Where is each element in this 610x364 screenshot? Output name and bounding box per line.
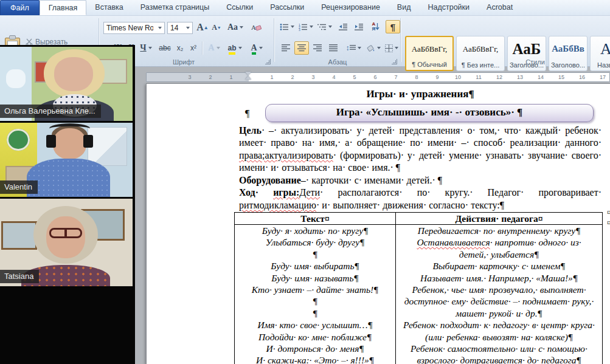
align-right-button[interactable] bbox=[310, 41, 325, 55]
style-card[interactable]: АаБбВв Заголово... bbox=[549, 36, 587, 71]
subscript-button[interactable]: x₂ bbox=[174, 41, 186, 55]
group-separator bbox=[274, 18, 274, 62]
chevron-down-icon bbox=[148, 47, 152, 49]
ruler-number: 5 bbox=[344, 74, 365, 81]
outdent-icon bbox=[339, 23, 348, 31]
document-page[interactable]: Игры· и· упражнения¶ ¶ Игра· «Услышишь· … bbox=[146, 83, 610, 364]
participant-name-label: Ольга Валерьевна Кле... bbox=[0, 105, 101, 118]
style-sample: АаБбВвГг, bbox=[412, 37, 448, 61]
shrink-font-button[interactable]: А▼ bbox=[210, 21, 223, 34]
table-line: Буду· имя· выбирать¶ bbox=[235, 260, 395, 272]
ribbon-tab[interactable]: Файл bbox=[0, 0, 40, 15]
ribbon-tab[interactable]: Вставка bbox=[86, 0, 131, 15]
style-card[interactable]: АаБбВвГг, ¶ Без инте... bbox=[456, 36, 505, 71]
ribbon-tab[interactable]: Главная bbox=[40, 0, 87, 15]
chevron-down-icon bbox=[238, 47, 242, 49]
ruler-number: 3 bbox=[179, 74, 200, 81]
pilcrow-icon: ¶ bbox=[390, 22, 395, 32]
participant-name: Ольга Валерьевна Кле... bbox=[4, 106, 95, 115]
table-line: детей,· улыбается¶ bbox=[396, 249, 602, 260]
shading-button[interactable] bbox=[365, 41, 382, 55]
ribbon-tab[interactable]: Разметка страницы bbox=[132, 0, 218, 15]
underline-button[interactable]: Ч bbox=[137, 41, 154, 55]
clear-formatting-button[interactable]: А bbox=[248, 21, 264, 34]
table-line: Имя· кто· свое· услышит…¶ bbox=[235, 319, 395, 331]
bullets-button[interactable] bbox=[279, 20, 296, 33]
align-left-icon bbox=[282, 44, 290, 52]
table-line: Выбирает· карточку· с· именем¶ bbox=[396, 260, 602, 272]
ribbon-tab[interactable]: Рассылки bbox=[262, 0, 313, 15]
ruler-number: 2 bbox=[282, 74, 303, 81]
superscript-button[interactable]: x² bbox=[187, 41, 199, 55]
ruler-number: 9 bbox=[427, 74, 448, 81]
ribbon-tab[interactable]: Вид bbox=[389, 0, 420, 15]
ruler-number: 8 bbox=[406, 74, 427, 81]
ribbon-tab[interactable]: Надстройки bbox=[419, 0, 478, 15]
table-line: Передвигается· по· внутреннему· кругу¶ bbox=[396, 225, 602, 236]
group-separator bbox=[400, 18, 401, 62]
multilevel-list-button[interactable] bbox=[316, 20, 333, 33]
justify-button[interactable] bbox=[326, 41, 341, 55]
eraser-icon: А bbox=[251, 23, 262, 32]
style-card[interactable]: Аа Назва... bbox=[590, 36, 610, 71]
wall-picture bbox=[1, 221, 37, 249]
ruler-number: 1 bbox=[262, 74, 282, 81]
ruler-number: 3 bbox=[303, 74, 324, 81]
table-cell-actions: Передвигается· по· внутреннему· кругу¶Ос… bbox=[396, 225, 602, 364]
glasses bbox=[49, 228, 83, 238]
table-header-actions: Действия· педагога¤ bbox=[396, 213, 602, 224]
table-line: взрослого· дотрагивается· до· педагога¶ bbox=[396, 354, 602, 364]
video-tile[interactable]: Tatsiana bbox=[0, 199, 133, 286]
change-case-button[interactable]: Аа bbox=[226, 21, 244, 34]
ruler-number: 17 bbox=[592, 74, 610, 81]
font-name-combo[interactable]: Times New Roman bbox=[103, 22, 165, 34]
participant-face bbox=[54, 57, 92, 91]
highlight-color-swatch bbox=[229, 52, 235, 55]
ribbon-tab[interactable]: Рецензирование bbox=[313, 0, 389, 15]
table-line: И· дотронься· до· меня¶ bbox=[235, 343, 395, 354]
ribbon-tab[interactable]: Ссылки bbox=[218, 0, 262, 15]
align-center-icon bbox=[297, 44, 306, 52]
align-left-button[interactable] bbox=[279, 41, 293, 55]
strikethrough-button[interactable]: abc bbox=[157, 41, 173, 55]
ruler-number: 11 bbox=[468, 74, 489, 81]
sort-button[interactable]: АЯ bbox=[369, 20, 383, 33]
style-card[interactable]: АаБбВвГг, ¶ Обычный bbox=[405, 36, 454, 71]
borders-button[interactable] bbox=[383, 41, 400, 55]
font-size-combo[interactable]: 14 bbox=[167, 22, 193, 34]
chevron-down-icon bbox=[240, 26, 243, 29]
horizontal-ruler[interactable]: 321 1234567891011121314151617 bbox=[146, 72, 610, 82]
ruler-number: 15 bbox=[551, 74, 572, 81]
table-line: Буду· я· ходить· по· кругу¶ bbox=[235, 225, 395, 236]
paragraph-dialog-launcher[interactable] bbox=[392, 59, 397, 64]
table-line: Буду· имя· называть¶ bbox=[235, 272, 395, 284]
chevron-down-icon bbox=[217, 47, 220, 49]
align-center-button[interactable] bbox=[294, 41, 309, 55]
style-sample: Аа bbox=[600, 36, 610, 61]
ruler-number: 2 bbox=[200, 74, 221, 81]
bullet-list-icon bbox=[280, 23, 289, 31]
font-color-button[interactable]: А bbox=[247, 41, 266, 55]
style-card[interactable]: АаБ Заголово... bbox=[507, 36, 546, 71]
line-spacing-button[interactable]: ↕ bbox=[344, 41, 362, 55]
numbered-list-icon: 123 bbox=[299, 23, 308, 31]
table-line: Называет· имя.· Например,· «Маша!»¶ bbox=[396, 272, 602, 284]
video-tile[interactable]: Ольга Валерьевна Кле... bbox=[0, 47, 133, 121]
svg-text:А: А bbox=[251, 24, 256, 31]
align-right-icon bbox=[313, 44, 322, 52]
paragraph-game-flow: Ход· игры:Дети· располагаются· по· кругу… bbox=[239, 187, 601, 211]
indent-marker[interactable] bbox=[245, 72, 251, 78]
font-dialog-launcher[interactable] bbox=[265, 59, 271, 64]
increase-indent-button[interactable] bbox=[352, 20, 366, 33]
multilevel-list-icon bbox=[317, 23, 327, 31]
ribbon-tab[interactable]: Acrobat bbox=[478, 0, 521, 15]
video-tile[interactable]: Valentin bbox=[0, 123, 133, 197]
numbering-button[interactable]: 123 bbox=[297, 20, 314, 33]
decrease-indent-button[interactable] bbox=[336, 20, 350, 33]
text-effects-button[interactable]: А bbox=[206, 41, 223, 55]
grow-font-button[interactable]: А▲ bbox=[196, 21, 209, 34]
participant-name: Valentin bbox=[4, 182, 32, 191]
show-formatting-marks-toggle[interactable]: ¶ bbox=[386, 20, 400, 33]
highlight-color-button[interactable]: ab bbox=[225, 41, 244, 55]
indent-icon bbox=[355, 23, 364, 31]
